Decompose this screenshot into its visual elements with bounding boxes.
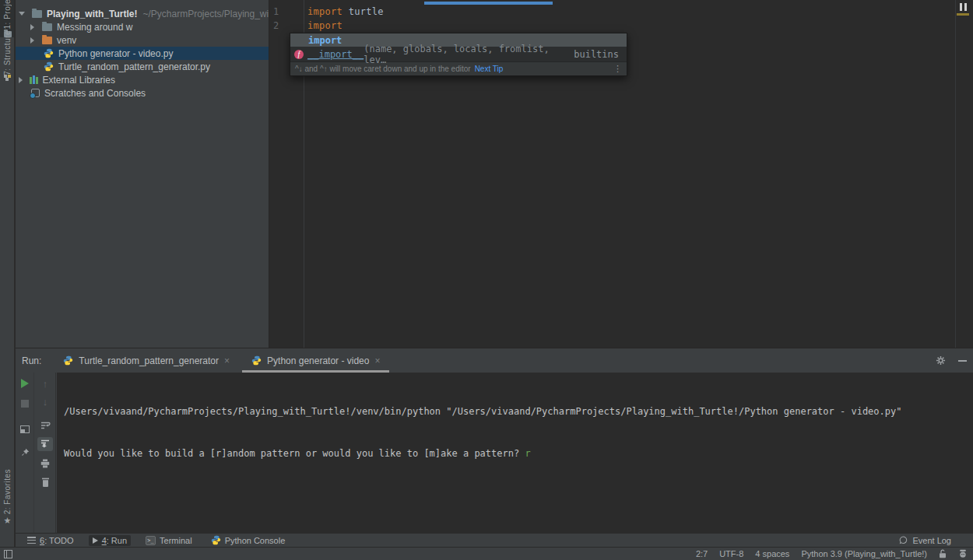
run-label: Run: xyxy=(22,355,41,366)
folder-icon xyxy=(32,10,42,18)
favorites-button-label: 2: Favorites xyxy=(3,469,12,514)
completion-fn-name: __import__ xyxy=(307,49,364,60)
hide-toolwindow-icon[interactable] xyxy=(958,360,967,362)
tree-item-label: Scratches and Consoles xyxy=(44,88,146,99)
tree-row-external-libraries[interactable]: External Libraries xyxy=(16,73,269,86)
completion-fn-params: (name, globals, locals, fromlist, lev… xyxy=(364,44,574,65)
project-tree-panel: Playing_with_Turtle! ~/PycharmProjects/P… xyxy=(16,0,269,348)
tree-row-venv[interactable]: venv xyxy=(16,33,269,47)
tree-item-label: Python generator - video.py xyxy=(58,48,173,59)
chevron-expanded-icon[interactable] xyxy=(19,12,25,16)
unlock-icon[interactable] xyxy=(939,549,947,558)
code-line-2[interactable]: import xyxy=(307,20,342,31)
file-encoding[interactable]: UTF-8 xyxy=(719,549,743,558)
warning-stripe-marker[interactable] xyxy=(957,13,969,16)
console-blank-line xyxy=(64,488,973,502)
run-toolbar-console: ↑ ↓ xyxy=(35,373,56,534)
todo-list-icon xyxy=(27,537,36,544)
run-toolbar-left xyxy=(16,373,34,534)
run-tab-label: Turtle_random_pattern_generator xyxy=(79,355,219,366)
completion-item-import-fn[interactable]: f __import__(name, globals, locals, from… xyxy=(290,47,627,61)
active-tab-indicator xyxy=(424,2,553,5)
down-stack-trace-button[interactable]: ↓ xyxy=(37,394,53,408)
completion-popup: import f __import__(name, globals, local… xyxy=(290,33,627,76)
pin-tab-button[interactable] xyxy=(17,446,33,460)
toolwindow-button-structure[interactable]: 7: Structure xyxy=(0,36,15,78)
folder-icon xyxy=(42,23,52,31)
libraries-icon xyxy=(30,75,38,84)
keyword-import: import xyxy=(307,6,342,17)
keyword-import: import xyxy=(307,20,342,31)
todo-label: 6: TODO xyxy=(40,536,74,545)
tree-row-scratches[interactable]: Scratches and Consoles xyxy=(16,86,269,100)
python-file-icon xyxy=(44,61,54,72)
event-log-button[interactable]: Event Log xyxy=(899,536,951,545)
run-tab-label: Python generator - video xyxy=(267,355,369,366)
completion-selected-label: import xyxy=(308,35,342,46)
project-root-path: ~/PycharmProjects/Playing_with_Tur xyxy=(142,9,269,19)
structure-button-label: 7: Structure xyxy=(3,30,12,75)
inspections-hector-icon[interactable] xyxy=(958,549,968,558)
tree-row-project-root[interactable]: Playing_with_Turtle! ~/PycharmProjects/P… xyxy=(16,7,269,20)
code-line-1[interactable]: import turtle xyxy=(307,6,384,17)
soft-wrap-button[interactable] xyxy=(37,418,53,432)
scratches-icon xyxy=(31,89,40,97)
rerun-button[interactable] xyxy=(17,376,33,390)
chevron-collapsed-icon[interactable] xyxy=(30,37,34,44)
toolwindow-button-python-console[interactable]: Python Console xyxy=(207,534,290,546)
toolwindow-button-terminal[interactable]: >_ Terminal xyxy=(142,535,196,546)
python-file-icon xyxy=(44,48,54,58)
project-root-name: Playing_with_Turtle! xyxy=(47,9,137,19)
run-header: Run: Turtle_random_pattern_generator × P… xyxy=(16,348,973,373)
function-icon: f xyxy=(294,50,304,59)
console-command-line: /Users/vivaand/PycharmProjects/Playing_w… xyxy=(64,404,973,418)
tree-item-label: Messing around w xyxy=(57,22,132,33)
indent-setting[interactable]: 4 spaces xyxy=(755,549,789,558)
next-tip-link[interactable]: Next Tip xyxy=(475,65,504,73)
module-name: turtle xyxy=(349,6,384,17)
tree-row-turtle-random-pattern[interactable]: Turtle_random_pattern_generator.py xyxy=(16,60,269,73)
console-prompt-text: Would you like to build a [r]andom patte… xyxy=(64,448,525,459)
completion-hint-text: ^↓ and ^↑ will move caret down and up in… xyxy=(295,65,471,73)
toolwindow-button-run[interactable]: 4: Run xyxy=(89,535,131,546)
tree-row-messing-around[interactable]: Messing around w xyxy=(16,20,269,33)
star-icon: ★ xyxy=(4,516,12,524)
close-icon[interactable]: × xyxy=(224,355,230,366)
console-prompt-line: Would you like to build a [r]andom patte… xyxy=(64,446,973,460)
gear-icon[interactable] xyxy=(936,355,946,366)
close-icon[interactable]: × xyxy=(374,355,380,366)
chevron-collapsed-icon[interactable] xyxy=(19,77,23,83)
tree-item-label: Turtle_random_pattern_generator.py xyxy=(58,61,210,72)
run-tool-window: Run: Turtle_random_pattern_generator × P… xyxy=(16,348,973,533)
status-bar: 2:7 UTF-8 4 spaces Python 3.9 (Playing_w… xyxy=(0,547,973,560)
clear-all-button[interactable] xyxy=(37,475,53,489)
restore-layout-button[interactable] xyxy=(17,422,33,436)
caret-position[interactable]: 2:7 xyxy=(696,549,708,558)
terminal-icon: >_ xyxy=(146,536,156,545)
python-console-label: Python Console xyxy=(225,536,286,545)
tree-item-label: venv xyxy=(57,35,76,46)
more-options-icon[interactable]: ⋮ xyxy=(613,64,622,74)
toolwindow-button-favorites[interactable]: 2: Favorites ★ xyxy=(0,473,15,524)
left-tool-strip: 1: Proje 7: Structure 2: Favorites ★ xyxy=(0,0,15,547)
editor-area[interactable]: 1 2 import turtle import import f __impo… xyxy=(270,0,973,348)
run-tab-turtle-random[interactable]: Turtle_random_pattern_generator × xyxy=(54,348,239,373)
excluded-folder-icon xyxy=(42,37,52,44)
tree-row-python-generator-video[interactable]: Python generator - video.py xyxy=(16,47,269,60)
toolwindow-button-todo[interactable]: 6: TODO xyxy=(23,535,78,546)
toolwindow-toggle-icon[interactable] xyxy=(4,550,12,558)
python-interpreter[interactable]: Python 3.9 (Playing_with_Turtle!) xyxy=(801,549,927,558)
python-icon xyxy=(251,355,262,366)
run-tab-python-generator[interactable]: Python generator - video × xyxy=(242,348,389,373)
event-log-balloon-icon xyxy=(899,536,908,544)
up-stack-trace-button[interactable]: ↑ xyxy=(37,376,53,390)
run-console-output[interactable]: /Users/vivaand/PycharmProjects/Playing_w… xyxy=(57,373,973,534)
line-number: 2 xyxy=(273,20,279,31)
scroll-to-end-button[interactable] xyxy=(37,437,53,451)
run-bar-label: 4: Run xyxy=(102,536,127,545)
completion-fn-origin: builtins xyxy=(574,49,619,60)
scrollbar-track-separator xyxy=(955,0,956,348)
stop-button[interactable] xyxy=(17,397,33,411)
print-button[interactable] xyxy=(37,457,53,471)
chevron-collapsed-icon[interactable] xyxy=(30,24,34,30)
